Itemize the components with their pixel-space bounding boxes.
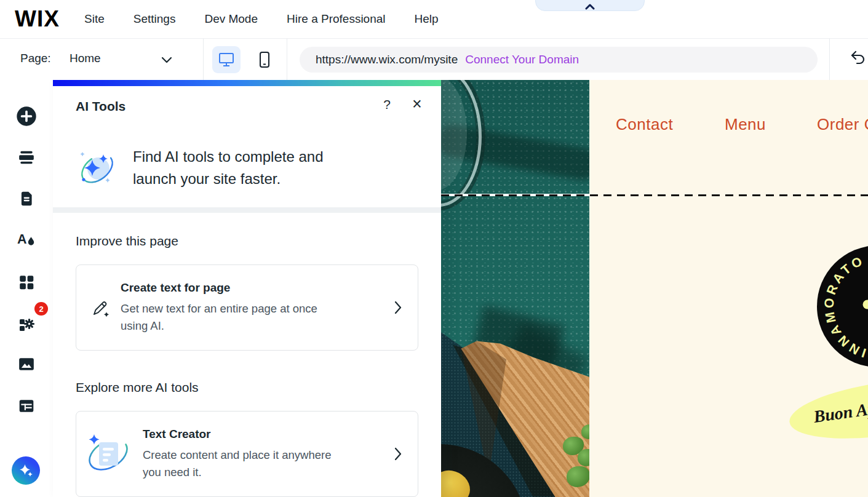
card-text: Text Creator Create content and place it… bbox=[143, 427, 331, 481]
add-section-icon bbox=[17, 149, 36, 166]
site-url: https://www.wix.com/mysite bbox=[316, 53, 458, 66]
pages-menu-icon bbox=[18, 190, 35, 207]
panel-header: AI Tools ? × bbox=[53, 86, 441, 129]
card-desc-line-1: Create content and place it anywhere bbox=[143, 447, 331, 464]
connect-domain-link[interactable]: Connect Your Domain bbox=[465, 53, 579, 66]
undo-button[interactable] bbox=[849, 49, 868, 69]
sidebar-item-add-section[interactable] bbox=[0, 149, 53, 166]
card-title: Text Creator bbox=[143, 427, 331, 441]
help-button[interactable]: ? bbox=[379, 97, 395, 112]
divider bbox=[829, 39, 830, 80]
site-url-bar[interactable]: https://www.wix.com/mysite Connect Your … bbox=[300, 47, 818, 73]
panel-intro-text: Find AI tools to complete and launch you… bbox=[133, 146, 391, 190]
editor-left-sidebar: A bbox=[0, 80, 53, 497]
top-menu-bar: WIX Site Settings Dev Mode Hire a Profes… bbox=[0, 0, 868, 39]
sidebar-item-ai-tools[interactable] bbox=[12, 456, 40, 485]
apps-icon bbox=[18, 316, 35, 333]
desktop-view-button[interactable] bbox=[212, 46, 241, 73]
sidebar-item-app-market[interactable] bbox=[0, 274, 53, 291]
ai-sparkle-icon bbox=[17, 462, 34, 479]
panel-section-divider bbox=[53, 207, 441, 213]
menu-item-settings[interactable]: Settings bbox=[133, 12, 176, 26]
innamorato-circle-badge: INNAMORATO · INNAMORATO · bbox=[815, 245, 868, 371]
mobile-view-button[interactable] bbox=[250, 46, 279, 73]
card-desc-line-2: using AI. bbox=[121, 317, 317, 335]
sticker-text: Buon Appetito bbox=[812, 393, 868, 427]
editor-toolbar: Page: Home https://www.wix.com/mysite Co… bbox=[0, 39, 868, 80]
intro-line-1: Find AI tools to complete and bbox=[133, 146, 391, 168]
add-elements-icon bbox=[16, 106, 37, 127]
glass-rim bbox=[441, 80, 482, 207]
card-desc: Get new text for an entire page at once … bbox=[121, 300, 317, 335]
top-menu: Site Settings Dev Mode Hire a Profession… bbox=[84, 0, 439, 38]
card-title: Create text for page bbox=[121, 281, 317, 295]
card-desc: Create content and place it anywhere you… bbox=[143, 447, 331, 481]
wix-editor-window: WIX Site Settings Dev Mode Hire a Profes… bbox=[0, 0, 868, 497]
sidebar-item-pages-menu[interactable] bbox=[0, 190, 53, 207]
card-text: Create text for page Get new text for an… bbox=[121, 281, 317, 335]
ai-tools-panel: AI Tools ? × bbox=[53, 80, 441, 497]
site-nav-menu[interactable]: Menu bbox=[725, 115, 766, 134]
wix-logo[interactable]: WIX bbox=[15, 6, 60, 32]
pen-sparkle-icon bbox=[90, 298, 111, 319]
panel-gradient-bar bbox=[53, 80, 441, 86]
sidebar-item-media[interactable] bbox=[0, 356, 53, 372]
create-text-for-page-card[interactable]: Create text for page Get new text for an… bbox=[76, 264, 418, 351]
chevron-right-icon bbox=[394, 301, 402, 314]
panel-title: AI Tools bbox=[76, 99, 125, 114]
media-icon bbox=[18, 356, 35, 372]
panel-intro: Find AI tools to complete and launch you… bbox=[53, 129, 441, 207]
sidebar-item-add-elements[interactable] bbox=[0, 106, 53, 127]
text-creator-card[interactable]: Text Creator Create content and place it… bbox=[76, 411, 418, 497]
parsley-leaf bbox=[578, 449, 589, 466]
desktop-icon bbox=[218, 52, 235, 68]
svg-text:A: A bbox=[17, 232, 26, 247]
site-nav-contact[interactable]: Contact bbox=[616, 115, 673, 134]
card-desc-line-1: Get new text for an entire page at once bbox=[121, 300, 317, 317]
site-design-icon: A bbox=[17, 231, 36, 248]
divider bbox=[203, 39, 204, 80]
undo-icon bbox=[849, 49, 867, 68]
parsley-leaf bbox=[567, 466, 589, 487]
section-heading-improve: Improve this page bbox=[76, 234, 178, 248]
site-nav-order-online[interactable]: Order Online bbox=[817, 115, 868, 134]
chevron-right-icon bbox=[394, 447, 402, 461]
mobile-icon bbox=[258, 51, 271, 68]
card-desc-line-2: you need it. bbox=[143, 464, 331, 481]
page-label: Page: bbox=[20, 52, 51, 65]
apps-notification-badge: 2 bbox=[34, 302, 48, 316]
sidebar-item-site-design[interactable]: A bbox=[0, 231, 53, 248]
menu-item-help[interactable]: Help bbox=[415, 12, 439, 26]
section-heading-explore: Explore more AI tools bbox=[76, 380, 199, 395]
menu-item-dev-mode[interactable]: Dev Mode bbox=[204, 12, 258, 26]
site-hero-photo bbox=[441, 80, 589, 497]
intro-line-2: launch your site faster. bbox=[133, 168, 391, 190]
sidebar-item-content-manager[interactable] bbox=[0, 398, 53, 414]
menu-item-site[interactable]: Site bbox=[84, 12, 105, 26]
section-dashed-divider bbox=[441, 194, 868, 196]
close-button[interactable]: × bbox=[408, 95, 426, 114]
sidebar-item-apps[interactable] bbox=[0, 316, 53, 333]
page-selector[interactable]: Home bbox=[70, 52, 101, 65]
collapse-banner-pill[interactable] bbox=[535, 0, 645, 11]
app-market-icon bbox=[18, 274, 35, 291]
doc-sparkle-orbit-icon bbox=[81, 429, 135, 480]
menu-item-hire-a-professional[interactable]: Hire a Professional bbox=[287, 12, 386, 26]
content-manager-icon bbox=[18, 398, 35, 414]
ai-orbit-sparkle-icon bbox=[76, 146, 119, 190]
chevron-up-icon bbox=[585, 3, 595, 10]
divider bbox=[287, 39, 287, 80]
chevron-down-icon[interactable] bbox=[161, 57, 172, 63]
